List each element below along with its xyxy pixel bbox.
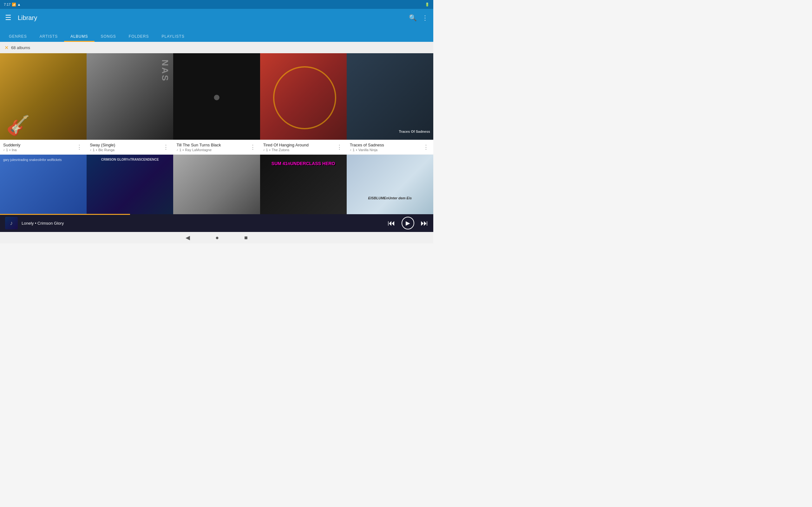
album-title-till: Till The Sun Turns Black <box>176 143 248 147</box>
app-title: Library <box>18 14 409 21</box>
album-title-traces: Traces of Sadness <box>350 143 422 147</box>
album-cover-tired <box>260 53 347 140</box>
prev-button[interactable]: ⏮ <box>388 219 395 228</box>
album-meta-till: ♪ 1 • Ray LaMontagne <box>176 148 248 152</box>
now-playing-thumbnail: ♪ <box>5 217 18 229</box>
album-item-till[interactable]: Till The Sun Turns Black ♪ 1 • Ray LaMon… <box>173 53 260 155</box>
app-bar: ☰ Library 🔍 ⋮ <box>0 9 433 26</box>
status-icons: 📶 ▲ <box>12 3 20 7</box>
albums-grid: Suddenly ♪ 1 • Ina ⋮ Sway (Single) ♪ 1 •… <box>0 53 433 226</box>
now-playing-bar: ♪ Lonely • Crimson Glory ⏮ ▶ ⏭ <box>0 214 433 232</box>
album-cover-suddenly <box>0 53 87 140</box>
recents-button[interactable]: ■ <box>244 234 248 241</box>
now-playing-title: Lonely • Crimson Glory <box>21 221 384 226</box>
album-more-tired[interactable]: ⋮ <box>335 142 344 152</box>
nav-bar: ◀ ● ■ <box>0 232 433 243</box>
player-controls: ⏮ ▶ ⏭ <box>388 217 428 229</box>
next-button[interactable]: ⏭ <box>420 219 428 228</box>
shuffle-icon[interactable]: ✕ <box>4 45 9 51</box>
menu-icon[interactable]: ☰ <box>5 14 11 22</box>
tab-artists[interactable]: ARTISTS <box>33 34 64 42</box>
status-bar: 7:17 📶 ▲ 🔋 <box>0 0 433 9</box>
home-button[interactable]: ● <box>215 234 219 241</box>
album-item-tired[interactable]: Tired Of Hanging Around ♪ 1 • The Zutons… <box>260 53 347 155</box>
album-info-till: Till The Sun Turns Black ♪ 1 • Ray LaMon… <box>173 140 260 154</box>
album-count: 68 albums <box>11 45 30 50</box>
album-item-traces[interactable]: Traces of Sadness ♪ 1 • Vanilla Ninja ⋮ <box>347 53 433 155</box>
album-item-sway[interactable]: Sway (Single) ♪ 1 • Bic Runga ⋮ <box>87 53 173 155</box>
album-title-suddenly: Suddenly <box>3 143 75 147</box>
song-progress-bar[interactable] <box>0 214 130 215</box>
status-time: 7:17 <box>4 3 10 6</box>
album-more-till[interactable]: ⋮ <box>249 142 257 152</box>
album-info-tired: Tired Of Hanging Around ♪ 1 • The Zutons… <box>260 140 347 154</box>
tab-genres[interactable]: GENRES <box>3 34 33 42</box>
search-icon[interactable]: 🔍 <box>409 14 417 21</box>
tab-playlists[interactable]: PLAYLISTS <box>155 34 191 42</box>
album-cover-till <box>173 53 260 140</box>
count-bar: ✕ 68 albums <box>0 42 433 53</box>
album-meta-tired: ♪ 1 • The Zutons <box>263 148 335 152</box>
more-icon[interactable]: ⋮ <box>422 14 428 21</box>
album-title-sway: Sway (Single) <box>90 143 162 147</box>
album-info-sway: Sway (Single) ♪ 1 • Bic Runga ⋮ <box>87 140 173 154</box>
status-left: 7:17 📶 ▲ <box>4 3 20 7</box>
album-meta-traces: ♪ 1 • Vanilla Ninja <box>350 148 422 152</box>
album-info-traces: Traces of Sadness ♪ 1 • Vanilla Ninja ⋮ <box>347 140 433 154</box>
album-cover-sway <box>87 53 173 140</box>
tabs: GENRES ARTISTS ALBUMS SONGS FOLDERS PLAY… <box>0 26 433 42</box>
play-button[interactable]: ▶ <box>402 217 414 229</box>
status-right: 🔋 <box>425 3 429 7</box>
tab-songs[interactable]: SONGS <box>95 34 122 42</box>
album-more-sway[interactable]: ⋮ <box>162 142 170 152</box>
album-item-suddenly[interactable]: Suddenly ♪ 1 • Ina ⋮ <box>0 53 87 155</box>
tab-folders[interactable]: FOLDERS <box>122 34 155 42</box>
album-more-traces[interactable]: ⋮ <box>422 142 430 152</box>
album-title-tired: Tired Of Hanging Around <box>263 143 335 147</box>
album-info-suddenly: Suddenly ♪ 1 • Ina ⋮ <box>0 140 87 154</box>
back-button[interactable]: ◀ <box>186 234 190 241</box>
album-meta-sway: ♪ 1 • Bic Runga <box>90 148 162 152</box>
album-meta-suddenly: ♪ 1 • Ina <box>3 148 75 152</box>
album-more-suddenly[interactable]: ⋮ <box>75 142 84 152</box>
app-bar-actions: 🔍 ⋮ <box>409 14 428 21</box>
tab-albums[interactable]: ALBUMS <box>64 34 94 42</box>
now-playing-text: Lonely • Crimson Glory <box>21 221 384 226</box>
album-cover-traces <box>347 53 433 140</box>
battery-icon: 🔋 <box>425 3 429 7</box>
